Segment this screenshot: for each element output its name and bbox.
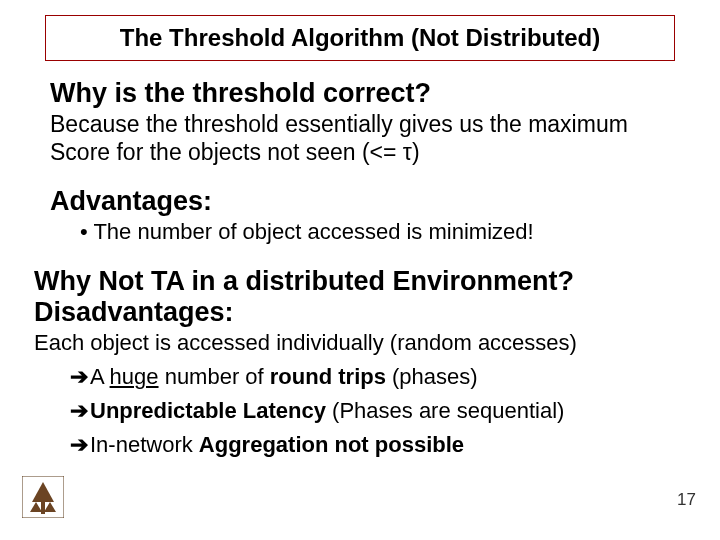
page-number: 17 <box>677 490 696 510</box>
bullet-advantages: • The number of object accessed is minim… <box>80 219 675 245</box>
section-why-correct: Why is the threshold correct? Because th… <box>50 78 675 166</box>
heading-advantages: Advantages: <box>50 186 675 217</box>
heading-why-not-line2: Disadvantages: <box>34 297 234 327</box>
svg-rect-1 <box>41 502 45 514</box>
section-why-not-ta: Why Not TA in a distributed Environment?… <box>34 266 675 458</box>
point-round-trips: ➔A huge number of round trips (phases) <box>70 364 675 390</box>
body-why-correct: Because the threshold essentially gives … <box>50 111 675 166</box>
point-latency: ➔Unpredictable Latency (Phases are seque… <box>70 398 675 424</box>
slide-title-box: The Threshold Algorithm (Not Distributed… <box>45 15 675 61</box>
university-logo-icon <box>22 476 64 518</box>
point-aggregation: ➔In-network Aggregation not possible <box>70 432 675 458</box>
section-advantages: Advantages: • The number of object acces… <box>50 186 675 245</box>
arrow-icon: ➔ <box>70 432 88 457</box>
heading-why-not-line1: Why Not TA in a distributed Environment? <box>34 266 574 296</box>
body-disadvantages: Each object is accessed individually (ra… <box>34 330 675 356</box>
arrow-icon: ➔ <box>70 364 88 389</box>
arrow-icon: ➔ <box>70 398 88 423</box>
heading-why-correct: Why is the threshold correct? <box>50 78 675 109</box>
slide: The Threshold Algorithm (Not Distributed… <box>0 0 720 540</box>
slide-title: The Threshold Algorithm (Not Distributed… <box>120 24 600 51</box>
heading-why-not-ta: Why Not TA in a distributed Environment?… <box>34 266 675 328</box>
